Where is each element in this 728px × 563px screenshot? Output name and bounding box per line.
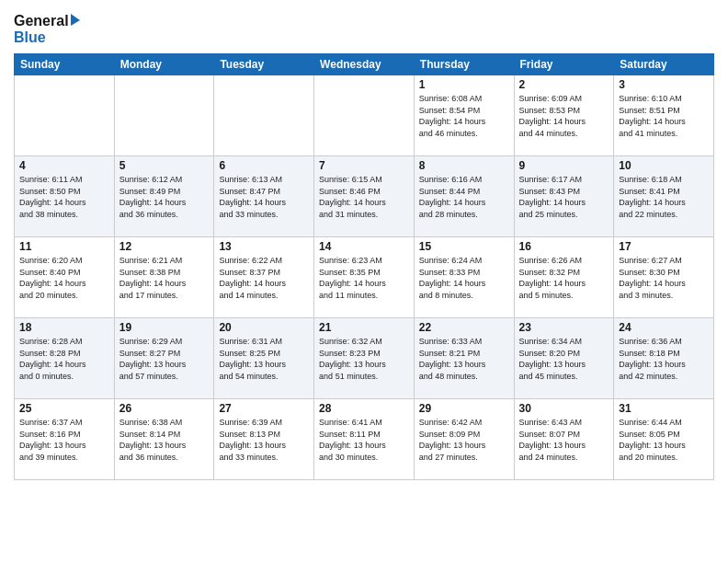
day-number: 23	[519, 321, 609, 334]
weekday-tuesday: Tuesday	[214, 54, 314, 75]
day-number: 20	[219, 321, 309, 334]
day-number: 15	[419, 240, 509, 253]
calendar-cell: 11Sunrise: 6:20 AM Sunset: 8:40 PM Dayli…	[15, 237, 115, 318]
day-number: 6	[219, 159, 309, 172]
day-number: 25	[19, 402, 109, 415]
day-info: Sunrise: 6:37 AM Sunset: 8:16 PM Dayligh…	[19, 417, 109, 463]
week-row-5: 25Sunrise: 6:37 AM Sunset: 8:16 PM Dayli…	[15, 399, 714, 480]
calendar-cell: 26Sunrise: 6:38 AM Sunset: 8:14 PM Dayli…	[114, 399, 214, 480]
calendar-cell	[314, 75, 415, 156]
week-row-2: 4Sunrise: 6:11 AM Sunset: 8:50 PM Daylig…	[15, 156, 714, 237]
calendar-cell: 27Sunrise: 6:39 AM Sunset: 8:13 PM Dayli…	[214, 399, 314, 480]
day-number: 16	[519, 240, 609, 253]
svg-marker-2	[71, 14, 80, 26]
calendar-table: SundayMondayTuesdayWednesdayThursdayFrid…	[14, 53, 714, 480]
header: GeneralBlue	[14, 9, 714, 46]
day-info: Sunrise: 6:22 AM Sunset: 8:37 PM Dayligh…	[219, 255, 309, 301]
calendar-cell: 14Sunrise: 6:23 AM Sunset: 8:35 PM Dayli…	[314, 237, 415, 318]
day-info: Sunrise: 6:23 AM Sunset: 8:35 PM Dayligh…	[319, 255, 409, 301]
weekday-friday: Friday	[514, 54, 614, 75]
week-row-4: 18Sunrise: 6:28 AM Sunset: 8:28 PM Dayli…	[15, 318, 714, 399]
day-number: 17	[619, 240, 709, 253]
day-number: 14	[319, 240, 409, 253]
day-info: Sunrise: 6:29 AM Sunset: 8:27 PM Dayligh…	[119, 336, 210, 382]
calendar-cell: 16Sunrise: 6:26 AM Sunset: 8:32 PM Dayli…	[514, 237, 614, 318]
day-info: Sunrise: 6:21 AM Sunset: 8:38 PM Dayligh…	[119, 255, 210, 301]
day-number: 31	[619, 402, 709, 415]
week-row-1: 1Sunrise: 6:08 AM Sunset: 8:54 PM Daylig…	[15, 75, 714, 156]
day-number: 27	[219, 402, 309, 415]
day-info: Sunrise: 6:24 AM Sunset: 8:33 PM Dayligh…	[419, 255, 509, 301]
day-info: Sunrise: 6:11 AM Sunset: 8:50 PM Dayligh…	[19, 174, 109, 220]
weekday-wednesday: Wednesday	[314, 54, 415, 75]
day-info: Sunrise: 6:43 AM Sunset: 8:07 PM Dayligh…	[519, 417, 609, 463]
day-info: Sunrise: 6:16 AM Sunset: 8:44 PM Dayligh…	[419, 174, 509, 220]
calendar-cell: 31Sunrise: 6:44 AM Sunset: 8:05 PM Dayli…	[614, 399, 714, 480]
calendar-cell: 13Sunrise: 6:22 AM Sunset: 8:37 PM Dayli…	[214, 237, 314, 318]
calendar-cell: 15Sunrise: 6:24 AM Sunset: 8:33 PM Dayli…	[414, 237, 514, 318]
day-info: Sunrise: 6:13 AM Sunset: 8:47 PM Dayligh…	[219, 174, 309, 220]
day-number: 26	[119, 402, 210, 415]
calendar-cell: 18Sunrise: 6:28 AM Sunset: 8:28 PM Dayli…	[15, 318, 115, 399]
calendar-cell: 30Sunrise: 6:43 AM Sunset: 8:07 PM Dayli…	[514, 399, 614, 480]
calendar-cell: 5Sunrise: 6:12 AM Sunset: 8:49 PM Daylig…	[114, 156, 214, 237]
calendar-cell: 25Sunrise: 6:37 AM Sunset: 8:16 PM Dayli…	[15, 399, 115, 480]
day-number: 13	[219, 240, 309, 253]
day-number: 4	[19, 159, 109, 172]
day-info: Sunrise: 6:20 AM Sunset: 8:40 PM Dayligh…	[19, 255, 109, 301]
calendar-cell: 4Sunrise: 6:11 AM Sunset: 8:50 PM Daylig…	[15, 156, 115, 237]
calendar-cell: 7Sunrise: 6:15 AM Sunset: 8:46 PM Daylig…	[314, 156, 415, 237]
day-number: 29	[419, 402, 509, 415]
calendar-cell: 10Sunrise: 6:18 AM Sunset: 8:41 PM Dayli…	[614, 156, 714, 237]
calendar-cell: 8Sunrise: 6:16 AM Sunset: 8:44 PM Daylig…	[414, 156, 514, 237]
logo: GeneralBlue	[14, 9, 87, 46]
day-number: 2	[519, 78, 609, 91]
day-number: 30	[519, 402, 609, 415]
day-number: 11	[19, 240, 109, 253]
calendar-cell: 24Sunrise: 6:36 AM Sunset: 8:18 PM Dayli…	[614, 318, 714, 399]
calendar-cell: 22Sunrise: 6:33 AM Sunset: 8:21 PM Dayli…	[414, 318, 514, 399]
calendar-cell: 29Sunrise: 6:42 AM Sunset: 8:09 PM Dayli…	[414, 399, 514, 480]
day-info: Sunrise: 6:34 AM Sunset: 8:20 PM Dayligh…	[519, 336, 609, 382]
day-info: Sunrise: 6:17 AM Sunset: 8:43 PM Dayligh…	[519, 174, 609, 220]
day-number: 28	[319, 402, 409, 415]
weekday-sunday: Sunday	[15, 54, 115, 75]
calendar-cell: 20Sunrise: 6:31 AM Sunset: 8:25 PM Dayli…	[214, 318, 314, 399]
weekday-thursday: Thursday	[414, 54, 514, 75]
logo-svg: GeneralBlue	[14, 9, 87, 46]
day-info: Sunrise: 6:44 AM Sunset: 8:05 PM Dayligh…	[619, 417, 709, 463]
weekday-monday: Monday	[114, 54, 214, 75]
calendar-cell	[214, 75, 314, 156]
day-number: 1	[419, 78, 509, 91]
day-info: Sunrise: 6:26 AM Sunset: 8:32 PM Dayligh…	[519, 255, 609, 301]
day-number: 7	[319, 159, 409, 172]
day-info: Sunrise: 6:33 AM Sunset: 8:21 PM Dayligh…	[419, 336, 509, 382]
day-number: 24	[619, 321, 709, 334]
calendar-cell: 17Sunrise: 6:27 AM Sunset: 8:30 PM Dayli…	[614, 237, 714, 318]
calendar-cell	[114, 75, 214, 156]
day-number: 8	[419, 159, 509, 172]
calendar-cell	[15, 75, 115, 156]
day-info: Sunrise: 6:08 AM Sunset: 8:54 PM Dayligh…	[419, 93, 509, 139]
day-info: Sunrise: 6:09 AM Sunset: 8:53 PM Dayligh…	[519, 93, 609, 139]
weekday-header-row: SundayMondayTuesdayWednesdayThursdayFrid…	[15, 54, 714, 75]
calendar-cell: 23Sunrise: 6:34 AM Sunset: 8:20 PM Dayli…	[514, 318, 614, 399]
svg-text:General: General	[14, 13, 69, 29]
day-number: 3	[619, 78, 709, 91]
day-number: 9	[519, 159, 609, 172]
week-row-3: 11Sunrise: 6:20 AM Sunset: 8:40 PM Dayli…	[15, 237, 714, 318]
calendar-cell: 28Sunrise: 6:41 AM Sunset: 8:11 PM Dayli…	[314, 399, 415, 480]
calendar-cell: 12Sunrise: 6:21 AM Sunset: 8:38 PM Dayli…	[114, 237, 214, 318]
svg-text:Blue: Blue	[14, 29, 46, 45]
day-info: Sunrise: 6:39 AM Sunset: 8:13 PM Dayligh…	[219, 417, 309, 463]
calendar-cell: 3Sunrise: 6:10 AM Sunset: 8:51 PM Daylig…	[614, 75, 714, 156]
day-info: Sunrise: 6:41 AM Sunset: 8:11 PM Dayligh…	[319, 417, 409, 463]
day-info: Sunrise: 6:38 AM Sunset: 8:14 PM Dayligh…	[119, 417, 210, 463]
day-number: 21	[319, 321, 409, 334]
day-info: Sunrise: 6:18 AM Sunset: 8:41 PM Dayligh…	[619, 174, 709, 220]
day-info: Sunrise: 6:32 AM Sunset: 8:23 PM Dayligh…	[319, 336, 409, 382]
day-info: Sunrise: 6:31 AM Sunset: 8:25 PM Dayligh…	[219, 336, 309, 382]
day-info: Sunrise: 6:12 AM Sunset: 8:49 PM Dayligh…	[119, 174, 210, 220]
calendar-page: GeneralBlue SundayMondayTuesdayWednesday…	[0, 0, 728, 563]
calendar-cell: 2Sunrise: 6:09 AM Sunset: 8:53 PM Daylig…	[514, 75, 614, 156]
